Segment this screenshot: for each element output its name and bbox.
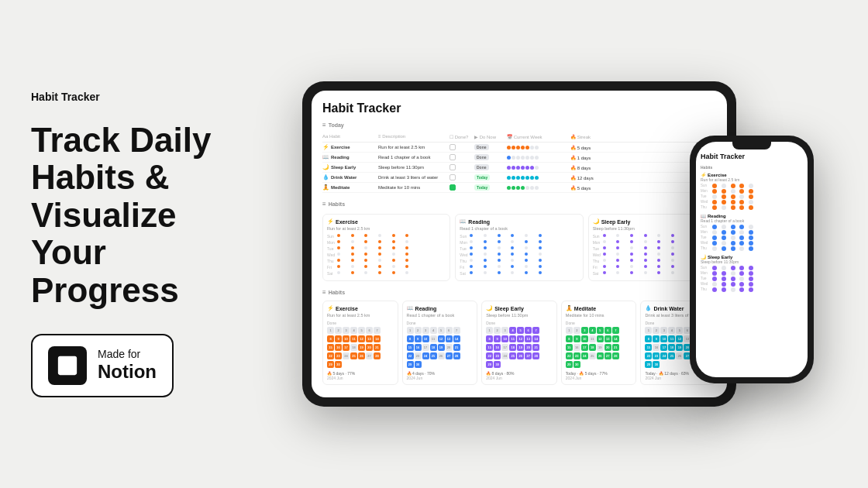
notion-icon <box>48 346 87 385</box>
notion-badge[interactable]: Made for Notion <box>31 334 174 397</box>
table-row: 💧Drink Water Drink at least 3 liters of … <box>322 173 716 183</box>
phone-habit-sleep: 🌙 Sleep Early Sleep before 11:30pm Sun M… <box>701 254 803 292</box>
notion-main-text: Notion <box>98 361 157 383</box>
left-panel: Habit Tracker Track Daily Habits & Visua… <box>0 91 248 397</box>
notion-logo-svg <box>55 353 80 378</box>
bottom-cards-grid: ⚡ Exercise Run for at least 2.5 km Done … <box>322 301 716 385</box>
bottom-card-sleep: 🌙 Sleep Early Sleep before 11:30pm Done … <box>481 301 557 385</box>
th-streak: 🔥 Streak <box>570 134 609 139</box>
habit-card-reading: 📖 Reading Read 1 chapter of a book Sun M… <box>455 214 583 281</box>
phone-habit-exercise: ⚡ Exercise Run for at least 2.5 km Sun M… <box>701 172 803 210</box>
th-desc: ≡ Description <box>378 134 448 139</box>
habits-cards-grid: ⚡ Exercise Run for at least 2.5 km Sun M… <box>322 214 716 281</box>
table-row: 🌙Sleep Early Sleep before 11:30pm Done 🔥… <box>322 163 716 173</box>
table-row: 🧘Meditate Meditate for 10 mins Today 🔥 5… <box>322 183 716 193</box>
bottom-card-meditate: 🧘 Meditate Meditate for 10 mins Done 123… <box>561 301 637 385</box>
phone-title: Habit Tracker <box>701 153 803 160</box>
table-header: Aa Habit ≡ Description ☐ Done? ▶ Do Now … <box>322 132 716 143</box>
phone-habit-reading: 📖 Reading Read 1 chapter of a book Sun M… <box>701 213 803 251</box>
today-section-label: Today <box>322 122 716 129</box>
right-panel: Habit Tracker Today Aa Habit ≡ Descripti… <box>248 0 868 488</box>
bottom-card-exercise: ⚡ Exercise Run for at least 2.5 km Done … <box>322 301 398 385</box>
table-row: ⚡Exercise Run for at least 2.5 km Done 🔥… <box>322 143 716 153</box>
th-week: 📅 Current Week <box>507 134 569 139</box>
th-habit: Aa Habit <box>322 134 377 139</box>
tablet-screen: Habit Tracker Today Aa Habit ≡ Descripti… <box>312 91 727 397</box>
habits-section2-label: Habits <box>322 289 716 296</box>
tablet-device: Habit Tracker Today Aa Habit ≡ Descripti… <box>302 81 736 407</box>
phone-screen: Habit Tracker Habits ⚡ Exercise Run for … <box>696 142 808 377</box>
bottom-card-reading: 📖 Reading Read 1 chapter of a book Done … <box>402 301 478 385</box>
notion-pre-text: Made for <box>98 348 157 361</box>
phone-section-label: Habits <box>701 165 803 170</box>
phone-notch <box>732 142 771 149</box>
tablet-title: Habit Tracker <box>322 101 716 115</box>
phone-device: Habit Tracker Habits ⚡ Exercise Run for … <box>690 136 814 383</box>
notion-text: Made for Notion <box>98 348 157 383</box>
table-row: 📖Reading Read 1 chapter of a book Done 🔥… <box>322 153 716 163</box>
habits-section-label: Habits <box>322 201 716 208</box>
app-label: Habit Tracker <box>31 91 217 103</box>
habit-card-exercise: ⚡ Exercise Run for at least 2.5 km Sun M… <box>322 214 450 281</box>
th-now: ▶ Do Now <box>474 134 505 139</box>
headline: Track Daily Habits & Visualize Your Prog… <box>31 122 217 309</box>
th-done: ☐ Done? <box>450 134 473 139</box>
